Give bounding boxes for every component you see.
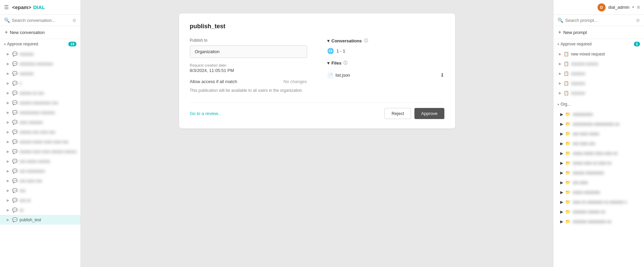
download-button[interactable]: ⬇	[440, 72, 444, 78]
hamburger-icon[interactable]: ☰	[4, 4, 9, 10]
right-list-item[interactable]: ▶ 📋 xxxxxxx	[553, 88, 644, 98]
prompt-icon: 📋	[564, 51, 569, 56]
item-label: xxxxxxx xxxxxx	[571, 62, 598, 66]
folder-icon: 📁	[565, 190, 571, 195]
right-approve-label: Approve required	[561, 42, 591, 46]
right-list-item[interactable]: ▶ 📋 xxxxxxx	[553, 69, 644, 78]
item-label: xxxxxx xxx xxxx xxx	[20, 130, 55, 135]
item-label: xxxxxx xxxxx xxxx xxxx xxx	[20, 140, 68, 144]
list-item[interactable]: ▶ 💬 xxxxxx xxxxxxxxx xxx	[0, 98, 80, 108]
list-item[interactable]: ▶ 💬 xxx xxxxx xxxxxx	[0, 156, 80, 166]
item-label: xxxxxxx	[20, 52, 34, 56]
right-folder-item[interactable]: ▶ 📁 xxxx xx xxxxxxxx xx xxxxxxx x	[553, 197, 644, 207]
search-prompt-input[interactable]	[565, 18, 634, 23]
filter-icon[interactable]: ⊘	[72, 17, 76, 23]
list-item[interactable]: ▶ 💬 xxxx xxxxxxx	[0, 117, 80, 127]
list-item[interactable]: ▶ 💬 xxx	[0, 186, 80, 195]
list-item[interactable]: ▶ 💬 xx	[0, 205, 80, 215]
file-row: 📄 list.json ⬇	[327, 70, 444, 80]
right-list-item[interactable]: ▶ 📋 new mixed request	[553, 49, 644, 59]
right-folder-item[interactable]: ▶ 📁 xxx xxxx xxxxx	[553, 129, 644, 139]
item-label: xxx xxxxx xxxxxx	[20, 159, 50, 164]
search-input[interactable]	[12, 18, 70, 23]
new-conversation-button[interactable]: + New conversation	[0, 26, 80, 39]
list-item[interactable]: ▶ 💬 xxx xxxxxxxxx	[0, 166, 80, 176]
new-prompt-button[interactable]: + New prompt	[553, 26, 644, 39]
folder-label: xxx xxxx xxx	[573, 141, 595, 146]
right-folder-item[interactable]: ▶ 📁 xxxxxxxxxx xxxxxxxxxx xx	[553, 119, 644, 129]
menu-lines-icon[interactable]: ≡	[637, 4, 640, 10]
right-folder-item[interactable]: ▶ 📁 xxxxx xxxxxxxx	[553, 187, 644, 197]
list-item[interactable]: ▶ 💬 xxxxxxx	[0, 69, 80, 78]
list-item[interactable]: ▶ 💬 xxxxxx xx xxx	[0, 88, 80, 98]
list-item[interactable]: ▶ 💬 xxxxxxx	[0, 49, 80, 59]
left-sidebar: ☰ <epam> DIAL 🔍 ⊘ + New conversation ▾ A…	[0, 0, 81, 267]
item-label: new mixed request	[571, 52, 605, 56]
right-sidebar: D dial_admin ▾ ≡ 🔍 ⊘ + New prompt ▾ Appr…	[553, 0, 644, 267]
files-info-icon[interactable]: ⓘ	[343, 60, 347, 66]
folder-icon: 📁	[565, 131, 571, 136]
right-folder-item[interactable]: ▶ 📁 xxx xxxx	[553, 178, 644, 187]
right-folder-item[interactable]: ▶ 📁 xxxxxxx xxxxxxxxx xx	[553, 217, 644, 226]
right-list-item[interactable]: ▶ 📋 xxxxxxx	[553, 78, 644, 88]
conversations-section: ▾ Conversations ⓘ	[327, 38, 444, 44]
plus-icon: +	[5, 29, 8, 35]
list-item[interactable]: ▶ 💬 xxxxxx xxx xxxx xxx	[0, 127, 80, 137]
search-icon: 🔍	[4, 17, 10, 23]
right-top-bar: D dial_admin ▾ ≡	[553, 0, 644, 15]
right-folder-item[interactable]: ▶ 📁 xxx xxxx xxx	[553, 139, 644, 148]
right-folder-item[interactable]: ▶ 📁 xxxxxx xxxxxxxxx	[553, 168, 644, 178]
chat-icon: 💬	[12, 168, 18, 174]
list-item[interactable]: ▶ 💬 x	[0, 78, 80, 88]
approve-button[interactable]: Approve	[414, 108, 444, 119]
files-label: Files	[332, 61, 342, 66]
list-item[interactable]: ▶ 💬 xxx xxxx xxx	[0, 176, 80, 186]
plus-icon-right: +	[558, 29, 561, 35]
logo-dial: DIAL	[33, 4, 45, 10]
list-item[interactable]: ▶ 💬 xxxxxxxx xxxxxxxx	[0, 59, 80, 69]
globe-icon: 🌐	[327, 48, 334, 54]
folder-icon: 📁	[565, 209, 571, 214]
prompt-icon: 📋	[564, 71, 569, 76]
card-title: publish_test	[190, 23, 444, 30]
right-folder-item[interactable]: ▶ 📁 xxxxxxx xxxxxx xx	[553, 207, 644, 217]
item-label: xxxxxxx	[571, 71, 585, 76]
approve-required-label: Approve required	[7, 42, 38, 46]
info-icon[interactable]: ⓘ	[364, 38, 368, 44]
conversation-range: 1 - 1	[337, 48, 345, 53]
folder-icon: 📁	[565, 121, 571, 126]
list-item[interactable]: ▶ 💬 xxxxxx xxxx xxxx xxxxxx xxxxxx	[0, 147, 80, 156]
chat-icon: 💬	[12, 139, 18, 144]
list-item-active[interactable]: ▶ 💬 publish_test	[0, 215, 80, 225]
chat-icon: 💬	[12, 120, 18, 125]
folder-icon: 📁	[565, 112, 571, 117]
folder-label: xxxxx xxxx xx xxxx xx	[573, 161, 611, 165]
folder-label: xxx xxxx xxxxx	[573, 131, 599, 136]
folder-label: xxxx xx xxxxxxxx xx xxxxxxx x	[573, 200, 627, 204]
item-label: xxxx xxxxxxx	[20, 120, 43, 125]
chat-icon: 💬	[12, 188, 18, 193]
item-label: xxxxxxxxxx xxxxxxx	[20, 110, 55, 115]
user-avatar: D	[598, 3, 606, 11]
right-folder-item[interactable]: ▶ 📁 xxxxx xxxxx xxxx xxxx xx	[553, 148, 644, 158]
chevron-icon: ▶	[560, 219, 563, 224]
right-folder-item[interactable]: ▶ 📁 xxxxxxxxxx	[553, 109, 644, 119]
caret-icon[interactable]: ▾	[632, 5, 634, 9]
review-link[interactable]: Go to a review...	[190, 111, 222, 116]
access-value: No changes	[283, 79, 307, 84]
list-item[interactable]: ▶ 💬 xxxxxx xxxxx xxxx xxxx xxx	[0, 137, 80, 147]
right-list-item[interactable]: ▶ 📋 xxxxxxx xxxxxx	[553, 59, 644, 69]
prompt-icon: 📋	[564, 61, 569, 66]
list-item[interactable]: ▶ 💬 xxx xx	[0, 195, 80, 205]
reject-button[interactable]: Reject	[384, 108, 411, 119]
chevron-org-icon: ▾	[557, 103, 559, 106]
chat-icon: 💬	[12, 100, 18, 105]
list-item[interactable]: ▶ 💬 xxxxxxxxxx xxxxxxx	[0, 108, 80, 117]
filter-icon-right[interactable]: ⊘	[636, 17, 640, 23]
item-label: xxxxxxx	[571, 91, 585, 96]
right-approve-section: ▾ Approve required 5	[553, 39, 644, 49]
folder-label: xxxxx xxxxxxxx	[573, 190, 600, 195]
item-label: xxx xx	[20, 198, 31, 203]
right-folder-item[interactable]: ▶ 📁 xxxxx xxxx xx xxxx xx	[553, 158, 644, 168]
folder-icon: 📁	[565, 170, 571, 175]
